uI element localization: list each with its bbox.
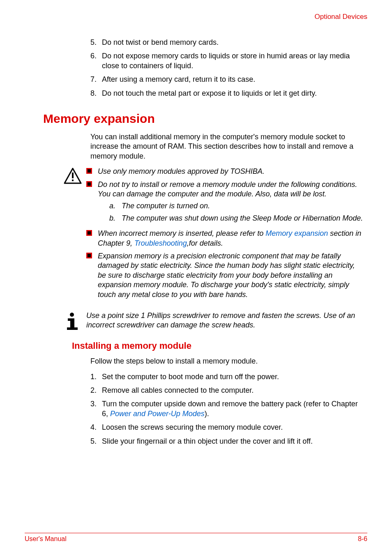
- item-number: 4.: [90, 423, 102, 432]
- svg-rect-2: [72, 180, 74, 181]
- bullet-square-icon: [86, 180, 98, 226]
- info-callout: Use a point size 1 Phillips screwdriver …: [64, 311, 363, 330]
- bullet-square-icon: [86, 251, 98, 299]
- header-section: Optional Devices: [25, 12, 367, 21]
- list-item: 3. Turn the computer upside down and rem…: [90, 399, 363, 419]
- item-text: After using a memory card, return it to …: [102, 75, 363, 84]
- footer-left: User's Manual: [25, 535, 67, 543]
- link-memory-expansion[interactable]: Memory expansion: [265, 229, 328, 237]
- item-text: Do not expose memory cards to liquids or…: [102, 51, 363, 71]
- bullet-item: Expansion memory is a precision electron…: [86, 251, 363, 299]
- page-footer: User's Manual 8-6: [25, 533, 367, 543]
- svg-rect-8: [88, 231, 91, 235]
- intro-paragraph: You can install additional memory in the…: [90, 132, 363, 161]
- warning-icon: [64, 167, 86, 303]
- svg-point-11: [70, 313, 74, 317]
- item-number: 7.: [90, 75, 102, 84]
- info-content: Use a point size 1 Phillips screwdriver …: [86, 311, 363, 330]
- bullet-item: When incorrect memory is inserted, pleas…: [86, 229, 363, 248]
- heading-installing-memory-module: Installing a memory module: [72, 340, 367, 352]
- bullet-text-span: Do not try to install or remove a memory…: [98, 180, 357, 198]
- top-numbered-list: 5. Do not twist or bend memory cards. 6.…: [90, 38, 363, 98]
- svg-rect-6: [88, 182, 91, 186]
- item-text: Remove all cables connected to the compu…: [102, 386, 363, 395]
- warning-content: Use only memory modules approved by TOSH…: [86, 167, 363, 303]
- list-item: 6. Do not expose memory cards to liquids…: [90, 51, 363, 71]
- list-item: 5. Slide your fingernail or a thin objec…: [90, 437, 363, 446]
- install-intro: Follow the steps below to install a memo…: [90, 357, 363, 366]
- sub-text: The computer is turned on.: [122, 201, 363, 211]
- svg-rect-10: [88, 254, 91, 257]
- item-text: Loosen the screws securing the memory mo…: [102, 423, 363, 432]
- link-troubleshooting[interactable]: Troubleshooting: [134, 239, 187, 247]
- bullet-item: Use only memory modules approved by TOSH…: [86, 167, 363, 176]
- bullet-text: Expansion memory is a precision electron…: [98, 251, 363, 299]
- item-text: Do not twist or bend memory cards.: [102, 38, 363, 47]
- bullet-text: When incorrect memory is inserted, pleas…: [98, 229, 363, 248]
- sub-label: a.: [109, 201, 122, 211]
- item-text: Slide your fingernail or a thin object u…: [102, 437, 363, 446]
- list-item: 5. Do not twist or bend memory cards.: [90, 38, 363, 47]
- item-number: 5.: [90, 38, 102, 47]
- info-icon: [64, 311, 86, 330]
- install-steps-list: 1. Set the computer to boot mode and tur…: [90, 372, 363, 446]
- warning-callout: Use only memory modules approved by TOSH…: [64, 167, 363, 303]
- text-fragment: ).: [205, 410, 209, 418]
- svg-rect-13: [70, 318, 74, 327]
- list-item: 2. Remove all cables connected to the co…: [90, 386, 363, 395]
- sub-item: a. The computer is turned on.: [109, 201, 363, 211]
- bullet-text: Do not try to install or remove a memory…: [98, 180, 363, 226]
- list-item: 7. After using a memory card, return it …: [90, 75, 363, 84]
- item-text: Turn the computer upside down and remove…: [102, 399, 363, 419]
- item-text: Do not touch the metal part or expose it…: [102, 89, 363, 98]
- list-item: 8. Do not touch the metal part or expose…: [90, 89, 363, 98]
- svg-rect-14: [67, 327, 78, 330]
- item-text: Set the computer to boot mode and turn o…: [102, 372, 363, 382]
- heading-memory-expansion: Memory expansion: [43, 111, 367, 127]
- item-number: 1.: [90, 372, 102, 382]
- list-item: 1. Set the computer to boot mode and tur…: [90, 372, 363, 382]
- bullet-text: Use only memory modules approved by TOSH…: [98, 167, 363, 176]
- item-number: 5.: [90, 437, 102, 446]
- bullet-square-icon: [86, 167, 98, 176]
- sub-list: a. The computer is turned on. b. The com…: [109, 201, 363, 223]
- svg-rect-1: [72, 173, 74, 178]
- item-number: 6.: [90, 51, 102, 71]
- text-fragment: ,for details.: [187, 239, 223, 247]
- item-number: 3.: [90, 399, 102, 419]
- svg-rect-4: [88, 169, 91, 173]
- footer-right: 8-6: [358, 535, 367, 543]
- list-item: 4. Loosen the screws securing the memory…: [90, 423, 363, 432]
- bullet-item: Do not try to install or remove a memory…: [86, 180, 363, 226]
- text-fragment: When incorrect memory is inserted, pleas…: [98, 229, 265, 237]
- link-power-modes[interactable]: Power and Power-Up Modes: [110, 410, 205, 418]
- bullet-square-icon: [86, 229, 98, 248]
- sub-label: b.: [109, 214, 122, 223]
- item-number: 8.: [90, 89, 102, 98]
- item-number: 2.: [90, 386, 102, 395]
- sub-text: The computer was shut down using the Sle…: [122, 214, 363, 223]
- sub-item: b. The computer was shut down using the …: [109, 214, 363, 223]
